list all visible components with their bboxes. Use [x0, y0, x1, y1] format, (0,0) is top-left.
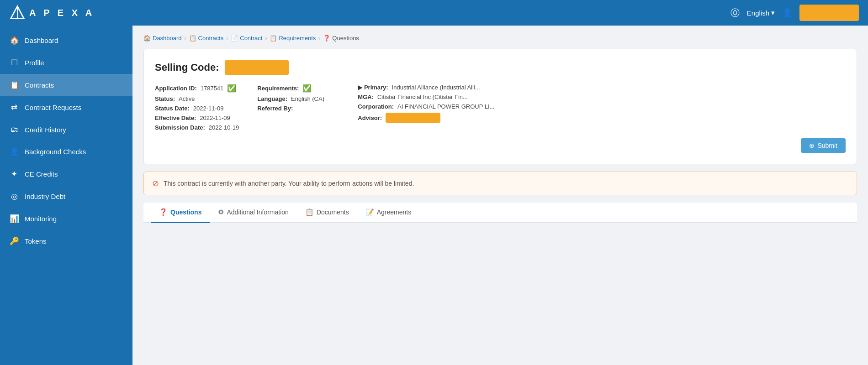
- contract-details-grid: Application ID: 1787541 ✅ Status: Active…: [155, 84, 846, 131]
- status-date-row: Status Date: 2022-11-09: [155, 105, 239, 112]
- breadcrumb-requirements-label: Requirements: [279, 35, 316, 42]
- tab-questions-icon: ❓: [159, 208, 168, 216]
- sidebar-label-tokens: Tokens: [25, 237, 47, 245]
- tab-agreements[interactable]: 📝 Agreements: [357, 203, 419, 223]
- breadcrumb-contracts-icon: 📋: [189, 35, 196, 42]
- language-row: Language: English (CA): [257, 95, 339, 102]
- tab-documents[interactable]: 📋 Documents: [297, 203, 357, 223]
- sidebar-label-ce-credits: CE Credits: [25, 170, 58, 178]
- sidebar-item-tokens[interactable]: 🔑 Tokens: [0, 230, 132, 252]
- effective-date-label: Effective Date:: [155, 115, 196, 121]
- industry-debt-icon: ◎: [9, 192, 19, 201]
- sidebar-label-dashboard: Dashboard: [25, 36, 58, 44]
- sidebar-item-dashboard[interactable]: 🏠 Dashboard: [0, 29, 132, 52]
- breadcrumb-dashboard-label: Dashboard: [153, 35, 182, 42]
- application-id-row: Application ID: 1787541 ✅: [155, 84, 239, 93]
- breadcrumb-contracts[interactable]: 📋 Contracts: [189, 35, 224, 42]
- application-id-label: Application ID:: [155, 85, 197, 92]
- mga-value: Citistar Financial Inc (Citistar Fin...: [377, 94, 468, 100]
- sidebar-item-monitoring[interactable]: 📊 Monitoring: [0, 208, 132, 230]
- tab-questions[interactable]: ❓ Questions: [151, 203, 210, 223]
- language-chevron: ▾: [771, 9, 775, 17]
- submission-date-value: 2022-10-19: [209, 124, 239, 131]
- selling-code-value: [225, 60, 289, 75]
- mga-row: MGA: Citistar Financial Inc (Citistar Fi…: [358, 94, 494, 100]
- language-label: Language:: [257, 95, 287, 102]
- username-button[interactable]: [799, 5, 859, 21]
- ce-credits-icon: ✦: [9, 169, 19, 179]
- contract-card: Selling Code: Application ID: 1787541 ✅ …: [143, 49, 857, 164]
- profile-icon: ☐: [9, 58, 19, 68]
- status-date-label: Status Date:: [155, 105, 190, 112]
- application-id-value: 1787541: [201, 85, 224, 92]
- header-right: ⓪ English ▾ 👤: [730, 5, 859, 21]
- breadcrumb-sep-4: ›: [318, 35, 320, 42]
- advisor-label: Advisor:: [358, 115, 382, 121]
- tokens-icon: 🔑: [9, 236, 19, 246]
- main-layout: 🏠 Dashboard ☐ Profile 📋 Contracts ⇄ Cont…: [0, 26, 868, 365]
- contract-col-1: Application ID: 1787541 ✅ Status: Active…: [155, 84, 239, 131]
- credit-history-icon: 🗂: [9, 125, 19, 134]
- tabs-row: ❓ Questions ⚙ Additional Information 📋 D…: [143, 203, 857, 223]
- sidebar-item-background-checks[interactable]: 👤 Background Checks: [0, 141, 132, 163]
- tab-documents-label: Documents: [317, 209, 349, 216]
- submit-row: ⊕ Submit: [155, 138, 846, 153]
- selling-code-label: Selling Code:: [155, 62, 219, 73]
- sidebar-label-credit-history: Credit History: [25, 126, 66, 134]
- breadcrumb: 🏠 Dashboard › 📋 Contracts › 📄 Contract ›…: [143, 35, 857, 42]
- monitoring-icon: 📊: [9, 214, 19, 224]
- breadcrumb-requirements-icon: 📋: [270, 35, 277, 42]
- requirements-row: Requirements: ✅: [257, 84, 339, 93]
- breadcrumb-contract[interactable]: 📄 Contract: [231, 35, 262, 42]
- contract-requests-icon: ⇄: [9, 103, 19, 112]
- user-icon: 👤: [782, 8, 792, 18]
- contract-col-2: Requirements: ✅ Language: English (CA) R…: [257, 84, 339, 131]
- tab-additional-icon: ⚙: [218, 208, 224, 216]
- language-label: English: [747, 9, 769, 17]
- tab-agreements-label: Agreements: [377, 209, 411, 216]
- mga-label: MGA:: [358, 94, 374, 100]
- submit-button[interactable]: ⊕ Submit: [801, 138, 846, 153]
- sidebar-item-credit-history[interactable]: 🗂 Credit History: [0, 119, 132, 141]
- help-icon[interactable]: ⓪: [730, 7, 740, 19]
- corporation-label: Corporation:: [358, 103, 394, 110]
- breadcrumb-questions-icon: ❓: [323, 35, 330, 42]
- status-value: Active: [179, 95, 195, 102]
- language-selector[interactable]: English ▾: [747, 9, 775, 17]
- corporation-row: Corporation: AI FINANCIAL POWER GROUP LI…: [358, 103, 494, 110]
- content-area: 🏠 Dashboard › 📋 Contracts › 📄 Contract ›…: [132, 26, 868, 365]
- primary-value: Industrial Alliance (Industrial Alli...: [392, 84, 480, 91]
- requirements-label: Requirements:: [257, 85, 299, 92]
- requirements-check: ✅: [302, 84, 312, 93]
- breadcrumb-questions-label: Questions: [332, 35, 359, 42]
- breadcrumb-requirements[interactable]: 📋 Requirements: [270, 35, 316, 42]
- primary-label: ▶ Primary:: [358, 84, 388, 91]
- effective-date-row: Effective Date: 2022-11-09: [155, 115, 239, 121]
- status-date-value: 2022-11-09: [193, 105, 224, 112]
- contracts-icon: 📋: [9, 80, 19, 90]
- sidebar-item-contracts[interactable]: 📋 Contracts: [0, 74, 132, 96]
- advisor-value: [386, 113, 440, 123]
- referred-by-row: Referred By:: [257, 105, 339, 112]
- advisor-row: Advisor:: [358, 113, 494, 123]
- logo-text: A P E X A: [29, 8, 95, 18]
- breadcrumb-questions: ❓ Questions: [323, 35, 359, 42]
- primary-row: ▶ Primary: Industrial Alliance (Industri…: [358, 84, 494, 91]
- submission-date-label: Submission Date:: [155, 124, 205, 131]
- tab-additional-information[interactable]: ⚙ Additional Information: [210, 203, 296, 223]
- sidebar-item-profile[interactable]: ☐ Profile: [0, 52, 132, 74]
- warning-icon: ⊘: [152, 178, 159, 188]
- tab-questions-label: Questions: [170, 209, 201, 216]
- background-checks-icon: 👤: [9, 147, 19, 156]
- sidebar-item-contract-requests[interactable]: ⇄ Contract Requests: [0, 96, 132, 119]
- breadcrumb-sep-3: ›: [265, 35, 267, 42]
- sidebar-item-industry-debt[interactable]: ◎ Industry Debt: [0, 185, 132, 208]
- apexa-logo-icon: [9, 5, 26, 21]
- sidebar-label-profile: Profile: [25, 59, 44, 67]
- sidebar-item-ce-credits[interactable]: ✦ CE Credits: [0, 163, 132, 185]
- submission-date-row: Submission Date: 2022-10-19: [155, 124, 239, 131]
- contract-col-3: ▶ Primary: Industrial Alliance (Industri…: [358, 84, 494, 131]
- breadcrumb-contracts-label: Contracts: [198, 35, 224, 42]
- breadcrumb-dashboard[interactable]: 🏠 Dashboard: [143, 35, 182, 42]
- breadcrumb-sep-2: ›: [226, 35, 228, 42]
